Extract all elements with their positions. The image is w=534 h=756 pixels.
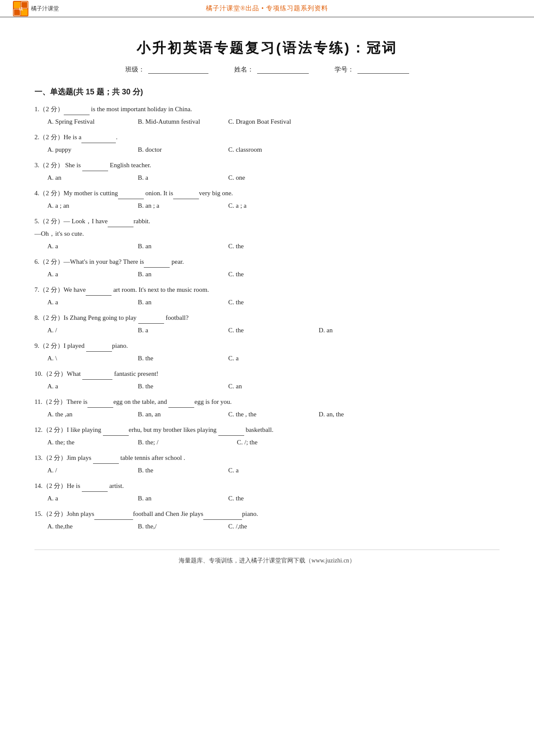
q2-opt-c: C. classroom: [228, 144, 306, 156]
logo-text: 橘子汁课堂: [31, 5, 59, 12]
id-line: [357, 66, 409, 74]
q1-opt-b: B. Mid-Autumn festival: [138, 116, 215, 128]
q6-opt-c: C. the: [228, 269, 306, 280]
q14-opt-a: A. a: [47, 493, 125, 504]
q6-options: A. a B. an C. the: [47, 269, 500, 280]
question-7: 7.（2 分）We have art room. It's next to th…: [34, 284, 500, 308]
q9-opt-a: A. \: [47, 353, 125, 364]
q3-opt-a: A. an: [47, 172, 125, 184]
doc-title: 小升初英语专题复习(语法专练)：冠词: [34, 39, 500, 58]
q12-opt-c: C. /; the: [237, 437, 314, 448]
q6-opt-b: B. an: [138, 269, 215, 280]
q1-opt-c: C. Dragon Boat Festival: [228, 116, 306, 128]
q9-stem: 9.（2 分）I played piano.: [34, 340, 500, 352]
q14-opt-c: C. the: [228, 493, 306, 504]
q5-opt-a: A. a: [47, 241, 125, 252]
name-info: 姓名：: [234, 66, 309, 74]
q11-opt-b: B. an, an: [138, 409, 215, 420]
q8-opt-b: B. a: [138, 325, 215, 336]
q2-stem: 2.（2 分）He is a .: [34, 131, 500, 143]
q8-stem: 8.（2 分）Is Zhang Peng going to play footb…: [34, 312, 500, 324]
q6-opt-a: A. a: [47, 269, 125, 280]
q3-opt-c: C. one: [228, 172, 306, 184]
q6-stem: 6.（2 分）—What's in your bag? There is pea…: [34, 256, 500, 268]
q10-opt-a: A. a: [47, 381, 125, 392]
q12-opt-b: B. the; /: [138, 437, 224, 448]
q7-options: A. a B. an C. the: [47, 297, 500, 308]
question-1: 1.（2 分） is the most important holiday in…: [34, 103, 500, 128]
q5-opt-c: C. the: [228, 241, 306, 252]
q14-options: A. a B. an C. the: [47, 493, 500, 504]
q10-opt-c: C. an: [228, 381, 306, 392]
class-label: 班级：: [125, 66, 145, 74]
logo-area: 橘 橘子汁课堂: [13, 1, 59, 16]
q3-options: A. an B. a C. one: [47, 172, 500, 184]
question-2: 2.（2 分）He is a . A. puppy B. doctor C. c…: [34, 131, 500, 156]
q5-options: A. a B. an C. the: [47, 241, 500, 252]
q2-opt-a: A. puppy: [47, 144, 125, 156]
id-label: 学号：: [335, 66, 354, 74]
q15-opt-a: A. the,the: [47, 521, 125, 532]
question-9: 9.（2 分）I played piano. A. \ B. the C. a: [34, 340, 500, 364]
info-row: 班级： 姓名： 学号：: [34, 66, 500, 74]
question-5: 5.（2 分）— Look，I have rabbit. —Oh，it's so…: [34, 215, 500, 252]
q11-opt-a: A. the ,an: [47, 409, 125, 420]
q1-options: A. Spring Festival B. Mid-Autumn festiva…: [47, 116, 500, 128]
page-header: 橘 橘子汁课堂 橘子汁课堂®出品 • 专项练习题系列资料: [0, 0, 534, 17]
q2-opt-b: B. doctor: [138, 144, 215, 156]
q13-options: A. / B. the C. a: [47, 465, 500, 476]
q5-opt-b: B. an: [138, 241, 215, 252]
q5-sub: —Oh，it's so cute.: [34, 228, 500, 240]
q4-opt-c: C. a ; a: [228, 200, 306, 212]
question-3: 3.（2 分） She is English teacher. A. an B.…: [34, 159, 500, 184]
q3-stem: 3.（2 分） She is English teacher.: [34, 159, 500, 171]
question-4: 4.（2 分）My mother is cutting onion. It is…: [34, 187, 500, 212]
q9-options: A. \ B. the C. a: [47, 353, 500, 364]
q10-stem: 10.（2 分）What fantastic present!: [34, 368, 500, 380]
q11-stem: 11.（2 分）There is egg on the table, and e…: [34, 396, 500, 408]
q7-opt-a: A. a: [47, 297, 125, 308]
q7-stem: 7.（2 分）We have art room. It's next to th…: [34, 284, 500, 296]
question-13: 13.（2 分）Jim plays table tennis after sch…: [34, 452, 500, 476]
q10-options: A. a B. the C. an: [47, 381, 500, 392]
q7-opt-b: B. an: [138, 297, 215, 308]
svg-text:橘: 橘: [19, 7, 23, 11]
q14-opt-b: B. an: [138, 493, 215, 504]
q13-opt-b: B. the: [138, 465, 215, 476]
question-8: 8.（2 分）Is Zhang Peng going to play footb…: [34, 312, 500, 336]
q11-opt-d: D. an, the: [319, 409, 396, 420]
q4-opt-b: B. an ; a: [138, 200, 215, 212]
question-11: 11.（2 分）There is egg on the table, and e…: [34, 396, 500, 420]
class-line: [148, 66, 208, 74]
q7-opt-c: C. the: [228, 297, 306, 308]
question-15: 15.（2 分）John plays football and Chen Jie…: [34, 508, 500, 532]
q11-options: A. the ,an B. an, an C. the , the D. an,…: [47, 409, 500, 420]
q12-options: A. the; the B. the; / C. /; the: [47, 437, 500, 448]
id-info: 学号：: [335, 66, 409, 74]
question-6: 6.（2 分）—What's in your bag? There is pea…: [34, 256, 500, 280]
q1-opt-a: A. Spring Festival: [47, 116, 125, 128]
page-footer: 海量题库、专项训练，进入橘子汁课堂官网下载（www.juzizhi.cn）: [34, 550, 500, 565]
q8-opt-a: A. /: [47, 325, 125, 336]
name-label: 姓名：: [234, 66, 254, 74]
q4-opt-a: A. a ; an: [47, 200, 125, 212]
q15-opt-b: B. the,/: [138, 521, 215, 532]
q15-stem: 15.（2 分）John plays football and Chen Jie…: [34, 508, 500, 520]
q1-stem: 1.（2 分） is the most important holiday in…: [34, 103, 500, 115]
q11-opt-c: C. the , the: [228, 409, 306, 420]
header-title: 橘子汁课堂®出品 • 专项练习题系列资料: [206, 4, 328, 12]
q12-opt-a: A. the; the: [47, 437, 125, 448]
q13-stem: 13.（2 分）Jim plays table tennis after sch…: [34, 452, 500, 464]
q13-opt-a: A. /: [47, 465, 125, 476]
q4-options: A. a ; an B. an ; a C. a ; a: [47, 200, 500, 212]
main-content: 小升初英语专题复习(语法专练)：冠词 班级： 姓名： 学号： 一、单选题(共 1…: [0, 17, 534, 590]
section1-title: 一、单选题(共 15 题；共 30 分): [34, 87, 500, 97]
q15-options: A. the,the B. the,/ C. /,the: [47, 521, 500, 532]
q14-stem: 14.（2 分）He is artist.: [34, 480, 500, 492]
name-line: [257, 66, 309, 74]
footer-text: 海量题库、专项训练，进入橘子汁课堂官网下载（www.juzizhi.cn）: [179, 557, 355, 564]
q8-opt-c: C. the: [228, 325, 306, 336]
q9-opt-b: B. the: [138, 353, 215, 364]
q15-opt-c: C. /,the: [228, 521, 306, 532]
question-14: 14.（2 分）He is artist. A. a B. an C. the: [34, 480, 500, 504]
